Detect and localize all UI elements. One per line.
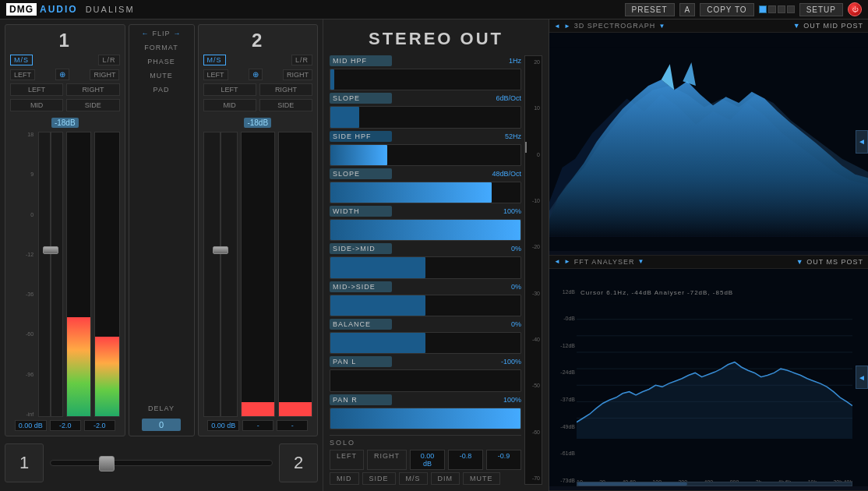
grid-sq-2[interactable] [768,5,776,13]
spec-post-tag: OUT MID POST [803,22,863,30]
crossfader-knob[interactable] [99,456,115,472]
solo-section: SOLO LEFT RIGHT 0.00 dB -0.8 -0.9 MID SI… [330,435,521,485]
channel-2-mute-right[interactable]: RIGHT [259,83,312,96]
spec-label: 3D SPECTROGRAPH [574,22,656,30]
spec-post-arrow[interactable]: ▼ [793,22,801,30]
param-slope2-slider[interactable] [330,182,521,203]
solo-db1: 0.00 dB [410,450,445,470]
param-balance-slider[interactable] [330,332,521,354]
middle-controls: ← FLIP → FORMAT PHASE MUTE PAD DELAY 0 [129,24,195,436]
fft-label: FFT ANALYSER [574,258,635,266]
spec-arrow-btn[interactable]: ◄ [856,130,868,154]
solo-label: SOLO [330,439,521,447]
param-side-mid: SIDE->MID 0% [330,243,521,254]
ch2-bottom-btn[interactable]: 2 [279,443,318,482]
channel-1-format: M/S L/R [10,55,120,65]
spec-dropdown-icon[interactable]: ▼ [658,23,665,30]
channel-1-db-l: -2.0 [50,420,81,431]
channel-2-format-lr[interactable]: L/R [291,55,312,65]
fft-post-arrow[interactable]: ▼ [796,258,804,266]
fft-scrollbar-thumb[interactable] [577,482,687,486]
param-width-slider[interactable] [330,219,521,241]
fft-arrow-btn[interactable]: ◄ [856,366,868,389]
power-button[interactable]: ⏻ [848,2,862,16]
channel-1-phase-left[interactable]: LEFT [10,69,35,80]
channel-2-mute-ms: MID SIDE [203,99,313,111]
channel-1-mute-side[interactable]: SIDE [66,99,119,111]
grid-sq-3[interactable] [778,5,785,13]
channel-1-faders: 1890-12-36-60-96-inf [10,132,120,417]
solo-dim-btn[interactable]: DIM [431,472,460,485]
param-mid-side-slider[interactable] [330,295,521,316]
solo-ms-btn[interactable]: M/S [399,472,428,485]
channel-2-faders [203,132,313,417]
channel-1-mute-left[interactable]: LEFT [10,83,63,96]
vu-fader-handle[interactable] [525,142,527,153]
spec-next-icon[interactable]: ► [564,23,571,30]
channel-1-db-main[interactable]: 0.00 dB [15,420,47,431]
solo-left-btn[interactable]: LEFT [330,450,364,470]
solo-mute-btn[interactable]: MUTE [463,472,500,485]
grid-sq-1[interactable] [759,5,767,13]
solo-right-btn[interactable]: RIGHT [367,450,407,470]
channel-1-pad-value[interactable]: -18dB [51,118,79,128]
copyto-button[interactable]: COPY TO [700,3,753,16]
delay-value[interactable]: 0 [142,419,181,431]
stereo-out-panel: STEREO OUT MID HPF 1Hz SLOPE 6dB/Oct [323,19,549,491]
setup-button[interactable]: SETUP [799,3,843,16]
fft-header: ◄ ► FFT ANALYSER ▼ ▼ OUT MS POST [549,256,868,269]
spectrograph-header: ◄ ► 3D SPECTROGRAPH ▼ ▼ OUT MID POST [549,19,868,33]
param-mid-side-label: MID->SIDE [330,281,392,292]
channels-bottom: 1 2 [5,440,318,486]
grid-sq-4[interactable] [787,5,795,13]
param-slope1-slider[interactable] [330,106,521,128]
fft-next-icon[interactable]: ► [564,258,571,265]
channel-1-phase: LEFT ⊕ RIGHT [10,69,120,80]
param-slope2-label: SLOPE [330,168,392,179]
param-mid-hpf-slider[interactable] [330,69,521,90]
channel-1-pad: -18dB [10,115,120,129]
brand-dualism: DUALISM [86,5,135,14]
solo-side-btn[interactable]: SIDE [362,472,396,485]
solo-mid-btn[interactable]: MID [330,472,359,485]
fft-scrollbar[interactable] [577,482,852,486]
flip-left-arrow: ← [141,30,149,37]
fft-prev-icon[interactable]: ◄ [554,258,561,265]
channel-2-format-ms[interactable]: M/S [203,55,226,65]
param-pan-l-slider[interactable] [330,369,521,391]
brand-dmg: DMG [6,3,37,16]
fft-dropdown-icon[interactable]: ▼ [638,258,645,265]
channel-1-fader-l[interactable] [38,132,63,417]
spec-prev-icon[interactable]: ◄ [554,23,561,30]
channel-2-phase-link[interactable]: ⊕ [249,69,263,80]
flip-right-arrow: → [174,30,182,37]
channel-1-format-lr[interactable]: L/R [98,55,119,65]
channel-2-mute-mid[interactable]: MID [203,99,256,111]
channel-2-phase-right[interactable]: RIGHT [283,69,312,80]
format-label: FORMAT [144,44,178,51]
param-pan-r-slider[interactable] [330,408,521,429]
preset-button[interactable]: PRESET [625,3,675,16]
channel-1-mute-right[interactable]: RIGHT [66,83,119,96]
param-side-mid-slider[interactable] [330,256,521,278]
channel-2-db-main[interactable]: 0.00 dB [207,420,239,431]
channel-1-phase-link[interactable]: ⊕ [55,69,69,80]
param-side-hpf-slider[interactable] [330,144,521,166]
channel-2-fader-l[interactable] [203,132,238,417]
param-slope2: SLOPE 48dB/Oct [330,168,521,179]
channel-2-phase-left[interactable]: LEFT [203,69,228,80]
param-side-mid-label: SIDE->MID [330,243,392,254]
ch1-bottom-btn[interactable]: 1 [5,443,44,482]
crossfader-track[interactable] [50,460,273,466]
channels-row: 1 M/S L/R LEFT ⊕ RIGHT LEFT RIGHT [5,24,318,436]
channel-1-format-ms[interactable]: M/S [10,55,33,65]
channel-2-mute-left[interactable]: LEFT [203,83,256,96]
channel-1-mute-mid[interactable]: MID [10,99,63,111]
grid-selector[interactable] [759,5,795,13]
ab-button[interactable]: A [679,3,696,16]
param-width-value: 100% [494,207,521,215]
channel-1-phase-right[interactable]: RIGHT [90,69,119,80]
channel-1: 1 M/S L/R LEFT ⊕ RIGHT LEFT RIGHT [5,24,125,436]
channel-2-mute-side[interactable]: SIDE [259,99,312,111]
channel-2-pad-value[interactable]: -18dB [244,118,271,128]
